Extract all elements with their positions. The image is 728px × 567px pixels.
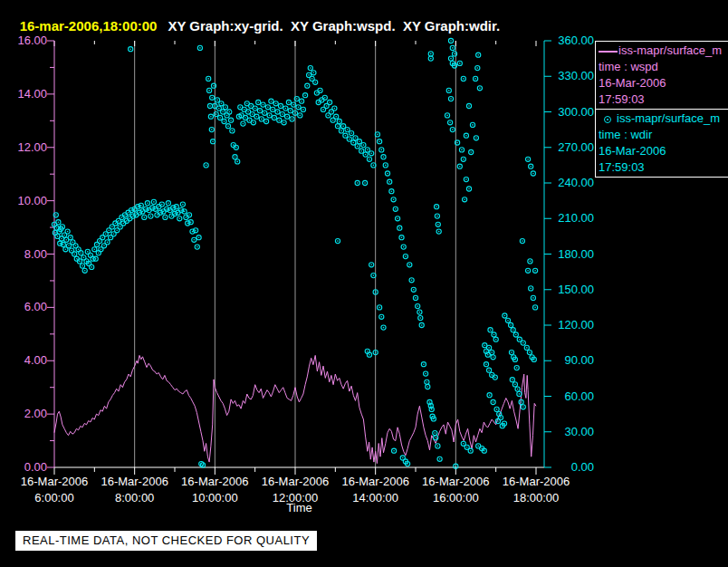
wdir-point-center bbox=[426, 381, 428, 383]
wdir-point-center bbox=[169, 209, 171, 211]
y-right-tick-label: 180.00 bbox=[558, 247, 594, 261]
y-left-tick-label: 0.00 bbox=[24, 460, 47, 474]
wdir-point-center bbox=[296, 98, 298, 100]
wdir-point-center bbox=[359, 140, 360, 142]
wdir-point-center bbox=[530, 166, 532, 168]
wdir-point-center bbox=[256, 116, 258, 118]
wdir-point-center bbox=[530, 288, 532, 290]
wdir-point-center bbox=[530, 261, 532, 263]
wdir-point-center bbox=[247, 111, 249, 113]
y-right-tick-label: 120.00 bbox=[558, 318, 594, 332]
wdir-point-center bbox=[375, 351, 377, 353]
wdir-point-center bbox=[391, 190, 393, 192]
wdir-point-center bbox=[431, 408, 433, 410]
y-right-tick-label: 330.00 bbox=[558, 69, 594, 82]
wdir-point-center bbox=[491, 374, 493, 376]
wdir-point-center bbox=[163, 211, 165, 213]
wdir-point-center bbox=[243, 123, 244, 125]
wdir-point-center bbox=[335, 116, 337, 118]
wdir-point-center bbox=[493, 401, 494, 403]
wdir-point-center bbox=[468, 188, 470, 190]
wdir-point-center bbox=[527, 159, 529, 160]
wdir-point-center bbox=[227, 125, 229, 127]
wdir-point-center bbox=[367, 149, 369, 151]
wdir-point-center bbox=[463, 443, 465, 445]
wdir-point-center bbox=[88, 263, 90, 264]
wdir-point-center bbox=[512, 379, 513, 380]
wdir-point-center bbox=[244, 117, 246, 119]
wdir-point-center bbox=[477, 446, 479, 447]
wdir-point-center bbox=[533, 359, 535, 360]
wdir-point-center bbox=[99, 240, 101, 242]
wdir-point-center bbox=[340, 130, 342, 132]
wdir-point-center bbox=[63, 235, 65, 236]
wdir-point-center bbox=[378, 140, 380, 142]
wdir-point-center bbox=[235, 147, 237, 149]
wdir-point-center bbox=[438, 231, 440, 233]
wdir-point-center bbox=[463, 159, 465, 160]
legend: iss-mapr/surface_m time : wspd 16-Mar-20… bbox=[595, 41, 728, 178]
wdir-point-center bbox=[437, 446, 439, 447]
wdir-point-center bbox=[177, 212, 179, 214]
y-left-tick-label: 4.00 bbox=[24, 353, 47, 367]
wdir-point-center bbox=[383, 327, 385, 329]
wdir-point-center bbox=[253, 122, 254, 124]
x-tick-date-label: 16-Mar-2006 bbox=[21, 475, 88, 488]
wdir-point-center bbox=[307, 85, 309, 87]
wdir-point-center bbox=[364, 182, 366, 184]
wdir-point-center bbox=[355, 138, 357, 139]
wdir-point-center bbox=[532, 173, 534, 175]
wdir-point-center bbox=[210, 116, 212, 118]
wdir-point-center bbox=[510, 324, 512, 326]
wdir-point-center bbox=[113, 234, 115, 235]
wdir-point-center bbox=[357, 146, 359, 148]
wdir-point-center bbox=[226, 115, 228, 117]
wdir-point-center bbox=[70, 236, 72, 238]
wdir-point-center bbox=[367, 351, 369, 352]
wdir-point-center bbox=[246, 103, 248, 105]
wdir-point-center bbox=[423, 363, 425, 365]
wdir-point-center bbox=[436, 206, 437, 207]
wdir-point-center bbox=[459, 166, 461, 168]
wdir-point-center bbox=[103, 245, 105, 247]
wdir-point-center bbox=[150, 216, 152, 217]
wdir-point-center bbox=[465, 178, 467, 180]
y-left-tick-label: 14.00 bbox=[17, 87, 47, 101]
wdir-point-center bbox=[207, 78, 209, 80]
title-graph-list: XY Graph:xy-grid. XY Graph:wspd. XY Grap… bbox=[168, 18, 500, 34]
wdir-point-center bbox=[321, 100, 323, 101]
legend-source-wspd: iss-mapr/surface_m bbox=[618, 43, 722, 57]
legend-entry-wspd: iss-mapr/surface_m time : wspd 16-Mar-20… bbox=[596, 42, 728, 110]
y-right-tick-label: 270.00 bbox=[558, 140, 594, 154]
wdir-point-center bbox=[363, 144, 365, 146]
wdir-point-center bbox=[413, 289, 415, 291]
wdir-point-center bbox=[76, 258, 78, 260]
wdir-point-center bbox=[280, 105, 282, 107]
wdir-point-center bbox=[456, 142, 458, 144]
wdir-point-center bbox=[78, 249, 80, 251]
wdir-point-center bbox=[257, 101, 259, 103]
x-tick-date-label: 16-Mar-2006 bbox=[262, 475, 329, 488]
wdir-point-center bbox=[157, 215, 158, 216]
wdir-point-center bbox=[522, 342, 524, 344]
wdir-point-center bbox=[96, 244, 98, 245]
wdir-point-center bbox=[326, 105, 328, 107]
wdir-point-center bbox=[381, 149, 383, 151]
wdir-point-center bbox=[165, 216, 167, 218]
wdir-point-center bbox=[124, 215, 126, 216]
wdir-point-center bbox=[308, 74, 310, 76]
wdir-point-center bbox=[286, 116, 288, 118]
wdir-point-center bbox=[229, 111, 231, 113]
wdir-point-center bbox=[435, 437, 436, 439]
wdir-point-center bbox=[369, 354, 370, 356]
wdir-point-center bbox=[353, 142, 355, 144]
wdir-point-center bbox=[342, 125, 344, 127]
wdir-point-center bbox=[532, 297, 534, 299]
wdir-point-center bbox=[279, 120, 281, 121]
wdir-point-center bbox=[512, 329, 514, 331]
legend-entry-wdir: iss-mapr/surface_m time : wdir 16-Mar-20… bbox=[596, 110, 728, 178]
wdir-point-center bbox=[161, 204, 163, 206]
wdir-point-center bbox=[521, 401, 522, 403]
wdir-point-center bbox=[407, 463, 408, 465]
wdir-point-center bbox=[373, 274, 375, 276]
